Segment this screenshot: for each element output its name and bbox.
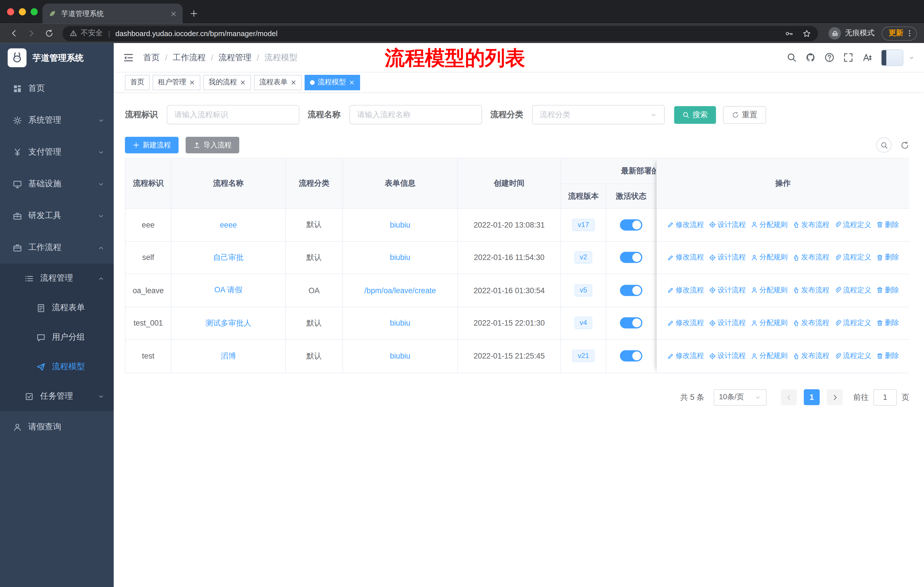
- process-key-input[interactable]: [167, 105, 299, 124]
- publish-link[interactable]: 发布流程: [792, 220, 830, 230]
- active-toggle[interactable]: [620, 351, 642, 362]
- font-size-icon[interactable]: [862, 53, 872, 63]
- delete-link[interactable]: 删除: [876, 351, 899, 361]
- form-info-link[interactable]: /bpm/oa/leave/create: [364, 286, 436, 294]
- new-tab-button[interactable]: [190, 10, 198, 18]
- sidebar-collapse-button[interactable]: [123, 52, 134, 63]
- delete-link[interactable]: 删除: [876, 285, 899, 295]
- sidebar-item-devtools[interactable]: 研发工具: [0, 200, 114, 231]
- version-badge[interactable]: v17: [572, 219, 594, 231]
- form-info-link[interactable]: biubiu: [390, 352, 410, 360]
- breadcrumb-item[interactable]: 首页: [143, 52, 160, 63]
- process-name-link[interactable]: 测试多审批人: [205, 317, 251, 328]
- address-bar[interactable]: 不安全 | dashboard.yudao.iocoder.cn/bpm/man…: [63, 25, 818, 41]
- version-badge[interactable]: v2: [574, 251, 592, 264]
- process-name-input[interactable]: [350, 105, 482, 124]
- design-link[interactable]: 设计流程: [709, 220, 746, 230]
- publish-link[interactable]: 发布流程: [792, 351, 830, 361]
- version-badge[interactable]: v21: [572, 350, 594, 362]
- assign-link[interactable]: 分配规则: [751, 351, 788, 361]
- zoom-window-button[interactable]: [31, 8, 38, 15]
- github-icon[interactable]: [805, 53, 815, 63]
- sidebar-item-process-manage[interactable]: 流程管理: [0, 264, 114, 293]
- browser-tab[interactable]: 芋道管理系统: [42, 3, 183, 23]
- avatar-caret-icon[interactable]: [909, 55, 915, 61]
- definition-link[interactable]: 流程定义: [834, 220, 871, 230]
- sidebar-item-home[interactable]: 首页: [0, 73, 114, 104]
- active-toggle[interactable]: [620, 252, 642, 263]
- active-toggle[interactable]: [620, 317, 642, 329]
- active-toggle[interactable]: [620, 284, 642, 296]
- definition-link[interactable]: 流程定义: [834, 318, 871, 328]
- sidebar-item-leave-query[interactable]: 请假查询: [0, 411, 114, 443]
- create-process-button[interactable]: 新建流程: [125, 137, 178, 153]
- page-size-select[interactable]: 10条/页: [714, 389, 767, 405]
- active-toggle[interactable]: [620, 219, 642, 230]
- breadcrumb-item[interactable]: 流程管理: [219, 52, 251, 63]
- assign-link[interactable]: 分配规则: [751, 253, 788, 263]
- prev-page-button[interactable]: [781, 389, 797, 405]
- sidebar-item-process-model[interactable]: 流程模型: [0, 352, 114, 382]
- browser-update-button[interactable]: 更新: [882, 26, 917, 40]
- assign-link[interactable]: 分配规则: [751, 220, 788, 230]
- design-link[interactable]: 设计流程: [709, 253, 746, 263]
- assign-link[interactable]: 分配规则: [751, 285, 788, 295]
- form-info-link[interactable]: biubiu: [390, 220, 410, 229]
- view-tag[interactable]: 流程模型: [305, 74, 360, 90]
- edit-link[interactable]: 修改流程: [667, 318, 704, 328]
- header-search-icon[interactable]: [787, 53, 797, 63]
- definition-link[interactable]: 流程定义: [834, 253, 871, 263]
- category-select[interactable]: 流程分类: [532, 105, 665, 124]
- tab-close-icon[interactable]: [170, 10, 177, 17]
- publish-link[interactable]: 发布流程: [792, 285, 830, 295]
- sidebar-item-infra[interactable]: 基础设施: [0, 168, 114, 200]
- delete-link[interactable]: 删除: [876, 318, 899, 328]
- process-name-link[interactable]: eeee: [220, 220, 237, 229]
- browser-menu-icon[interactable]: [906, 30, 913, 37]
- reload-button[interactable]: [41, 29, 56, 38]
- version-badge[interactable]: v5: [574, 284, 592, 296]
- close-icon[interactable]: [240, 79, 246, 85]
- assign-link[interactable]: 分配规则: [751, 318, 788, 328]
- page-1-button[interactable]: 1: [804, 389, 820, 405]
- sidebar-item-payment[interactable]: 支付管理: [0, 136, 114, 168]
- edit-link[interactable]: 修改流程: [667, 351, 704, 361]
- app-logo[interactable]: 芋道管理系统: [0, 43, 114, 73]
- import-process-button[interactable]: 导入流程: [186, 137, 239, 153]
- edit-link[interactable]: 修改流程: [667, 285, 704, 295]
- view-tag[interactable]: 租户管理: [153, 74, 201, 90]
- refresh-table-button[interactable]: [901, 141, 909, 150]
- breadcrumb-item[interactable]: 工作流程: [173, 52, 206, 63]
- design-link[interactable]: 设计流程: [709, 285, 746, 295]
- minimize-window-button[interactable]: [19, 8, 26, 15]
- password-key-icon[interactable]: [785, 29, 793, 38]
- fullscreen-icon[interactable]: [843, 53, 853, 63]
- avatar[interactable]: [881, 49, 903, 66]
- next-page-button[interactable]: [827, 389, 843, 405]
- definition-link[interactable]: 流程定义: [834, 351, 871, 361]
- delete-link[interactable]: 删除: [876, 253, 899, 263]
- sidebar-item-task-manage[interactable]: 任务管理: [0, 382, 114, 411]
- view-tag[interactable]: 首页: [125, 74, 150, 90]
- close-window-button[interactable]: [7, 8, 14, 15]
- close-icon[interactable]: [290, 79, 297, 85]
- search-button[interactable]: 搜索: [674, 106, 716, 124]
- view-tag[interactable]: 我的流程: [203, 74, 251, 90]
- close-icon[interactable]: [189, 79, 195, 85]
- goto-page-input[interactable]: 1: [873, 389, 897, 405]
- edit-link[interactable]: 修改流程: [667, 220, 704, 230]
- process-name-link[interactable]: 滔博: [221, 351, 236, 361]
- version-badge[interactable]: v4: [574, 317, 592, 329]
- sidebar-item-process-form[interactable]: 流程表单: [0, 293, 114, 323]
- delete-link[interactable]: 删除: [876, 220, 899, 230]
- publish-link[interactable]: 发布流程: [792, 253, 830, 263]
- close-icon[interactable]: [349, 79, 355, 85]
- publish-link[interactable]: 发布流程: [792, 318, 830, 328]
- reset-button[interactable]: 重置: [723, 106, 766, 124]
- edit-link[interactable]: 修改流程: [667, 253, 704, 263]
- design-link[interactable]: 设计流程: [709, 318, 746, 328]
- view-tag[interactable]: 流程表单: [254, 74, 302, 90]
- form-info-link[interactable]: biubiu: [390, 253, 410, 262]
- back-button[interactable]: [6, 29, 21, 38]
- bookmark-star-icon[interactable]: [803, 29, 811, 38]
